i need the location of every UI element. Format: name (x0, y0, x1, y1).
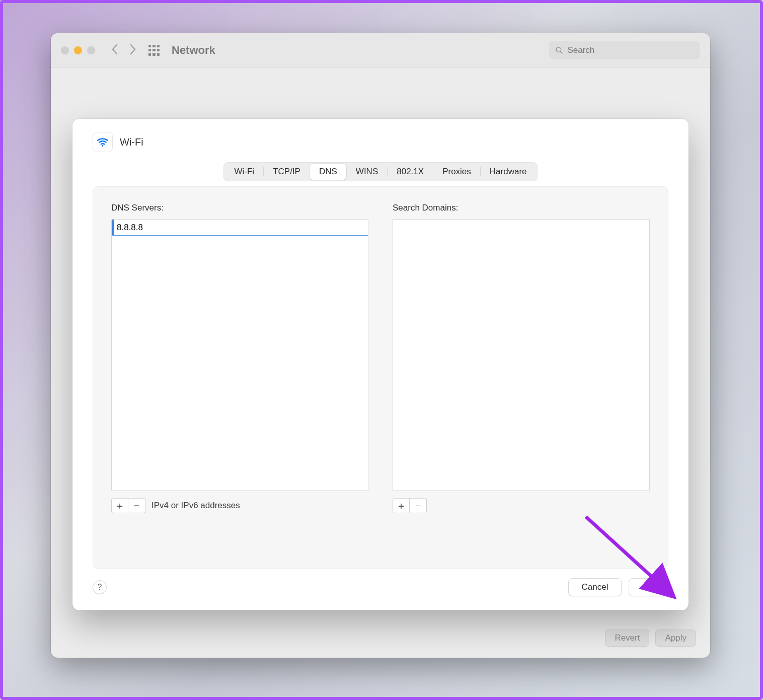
search-domains-label: Search Domains: (393, 203, 650, 213)
list-item[interactable] (112, 220, 368, 236)
maximize-window-button[interactable] (87, 46, 95, 54)
back-button[interactable] (111, 44, 118, 57)
revert-button: Revert (605, 629, 649, 647)
dns-panel: DNS Servers: ＋ − IPv4 or IPv6 addresses … (93, 186, 668, 569)
dns-servers-column: DNS Servers: ＋ − IPv4 or IPv6 addresses (111, 203, 368, 555)
tab-dns[interactable]: DNS (310, 164, 346, 180)
traffic-lights (61, 46, 95, 54)
tab-tcpip[interactable]: TCP/IP (263, 164, 310, 180)
tab-8021x[interactable]: 802.1X (387, 164, 433, 180)
dns-servers-list[interactable] (111, 219, 368, 491)
search-field[interactable] (549, 41, 700, 59)
close-window-button[interactable] (61, 46, 69, 54)
dns-hint: IPv4 or IPv6 addresses (151, 501, 240, 511)
tab-proxies[interactable]: Proxies (433, 164, 480, 180)
dns-add-remove-group: ＋ − (111, 498, 145, 513)
sheet-footer: ? Cancel OK (93, 578, 668, 596)
titlebar: Network (51, 33, 710, 67)
apply-button: Apply (655, 629, 696, 647)
tab-bar: Wi-Fi TCP/IP DNS WINS 802.1X Proxies Har… (223, 162, 537, 181)
sheet-title: Wi-Fi (120, 136, 143, 148)
tab-wins[interactable]: WINS (346, 164, 387, 180)
nav-buttons (111, 44, 136, 57)
domain-add-remove-group: ＋ − (393, 498, 427, 513)
add-domain-button[interactable]: ＋ (393, 498, 410, 513)
system-preferences-window: Network Revert Apply Wi-Fi Wi-Fi (51, 33, 710, 658)
minimize-window-button[interactable] (74, 46, 82, 54)
svg-line-1 (560, 51, 562, 53)
search-domains-list[interactable] (393, 219, 650, 491)
window-title: Network (172, 44, 215, 57)
tab-wifi[interactable]: Wi-Fi (225, 164, 263, 180)
wifi-icon (93, 132, 113, 152)
remove-domain-button: − (410, 498, 427, 513)
dns-servers-label: DNS Servers: (111, 203, 368, 213)
show-all-preferences-icon[interactable] (148, 45, 160, 56)
tab-hardware[interactable]: Hardware (480, 164, 536, 180)
window-footer: Revert Apply (605, 629, 696, 647)
remove-dns-button[interactable]: − (128, 498, 145, 513)
svg-point-0 (556, 47, 561, 52)
forward-button[interactable] (129, 44, 136, 57)
help-button[interactable]: ? (93, 580, 107, 594)
cancel-button[interactable]: Cancel (568, 578, 622, 596)
wifi-advanced-sheet: Wi-Fi Wi-Fi TCP/IP DNS WINS 802.1X Proxi… (72, 119, 689, 610)
add-dns-button[interactable]: ＋ (111, 498, 128, 513)
ok-button[interactable]: OK (629, 578, 668, 596)
dns-server-input[interactable] (117, 223, 364, 233)
search-input[interactable] (567, 45, 694, 55)
search-domains-column: Search Domains: ＋ − (393, 203, 650, 555)
svg-point-2 (102, 145, 103, 147)
